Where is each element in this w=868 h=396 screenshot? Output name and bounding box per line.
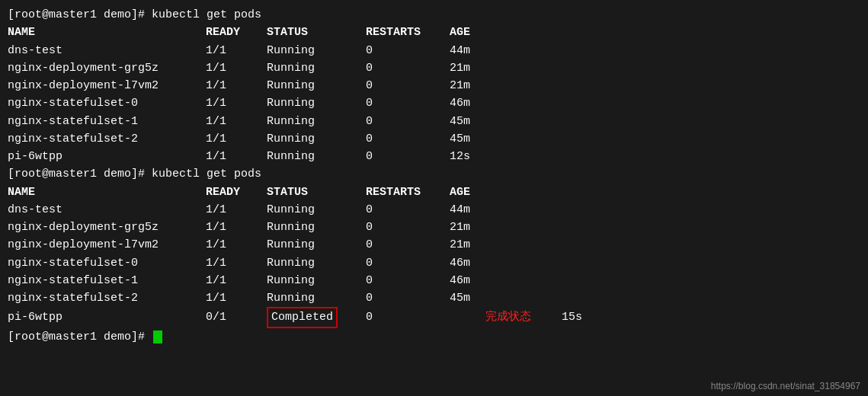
table-row: nginx-statefulset-01/1Running046m bbox=[8, 254, 860, 272]
col-header-age-1: AGE bbox=[450, 24, 470, 41]
header-row-2: NAMEREADYSTATUSRESTARTSAGE bbox=[8, 184, 860, 201]
col-header-status-2: STATUS bbox=[267, 184, 366, 201]
table-row: nginx-statefulset-01/1Running046m bbox=[8, 94, 860, 112]
col-header-restarts-1: RESTARTS bbox=[366, 24, 450, 41]
completed-annotation: 完成状态 bbox=[485, 308, 531, 326]
terminal: [root@master1 demo]# kubectl get pods NA… bbox=[0, 0, 868, 396]
table-row: nginx-deployment-grg5z1/1Running021m bbox=[8, 59, 860, 77]
table-row: nginx-deployment-grg5z1/1Running021m bbox=[8, 219, 860, 236]
final-prompt-line: [root@master1 demo]# bbox=[8, 328, 860, 346]
table-row: nginx-statefulset-21/1Running045m bbox=[8, 130, 860, 148]
col-header-restarts-2: RESTARTS bbox=[366, 184, 450, 201]
col-header-age-2: AGE bbox=[450, 184, 470, 201]
final-prompt: [root@master1 demo]# bbox=[8, 328, 152, 346]
col-header-status-1: STATUS bbox=[267, 24, 366, 41]
col-header-ready-2: READY bbox=[206, 184, 267, 201]
table-row: dns-test1/1Running044m bbox=[8, 201, 860, 219]
table-row: nginx-deployment-l7vm21/1Running021m bbox=[8, 77, 860, 94]
watermark: https://blog.csdn.net/sinat_31854967 bbox=[711, 381, 860, 391]
col-header-name-2: NAME bbox=[8, 184, 206, 201]
table-row: dns-test1/1Running044m bbox=[8, 42, 860, 59]
cursor bbox=[153, 331, 162, 343]
table-row: nginx-statefulset-11/1Running045m bbox=[8, 113, 860, 130]
command-line-1: [root@master1 demo]# kubectl get pods bbox=[8, 6, 860, 24]
command-line-2: [root@master1 demo]# kubectl get pods bbox=[8, 165, 860, 183]
table-row: nginx-statefulset-11/1Running046m bbox=[8, 272, 860, 289]
table-row-completed: pi-6wtpp0/1Completed0 完成状态15s bbox=[8, 307, 860, 327]
table-row: nginx-statefulset-21/1Running045m bbox=[8, 289, 860, 307]
table-row: pi-6wtpp1/1Running012s bbox=[8, 148, 860, 165]
header-row-1: NAMEREADYSTATUSRESTARTSAGE bbox=[8, 24, 860, 41]
prompt-1: [root@master1 demo]# kubectl get pods bbox=[8, 6, 261, 24]
table-row: nginx-deployment-l7vm21/1Running021m bbox=[8, 236, 860, 254]
prompt-2: [root@master1 demo]# kubectl get pods bbox=[8, 165, 261, 183]
status-completed-badge: Completed bbox=[267, 307, 338, 327]
col-header-ready-1: READY bbox=[206, 24, 267, 41]
col-header-name-1: NAME bbox=[8, 24, 206, 41]
